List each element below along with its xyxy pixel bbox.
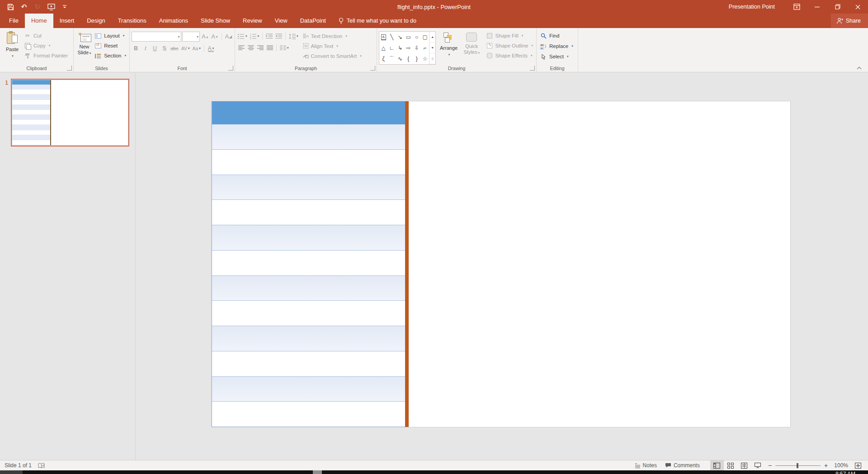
- drawing-group: A╲↘▭○▢△∟↳⇨⇩⌐ζ⌒∿{}☆ ▲ ▼ ⍗ Arrange▾ Quic: [377, 28, 537, 72]
- tab-file[interactable]: File: [3, 14, 25, 28]
- section-button[interactable]: Section▾: [93, 51, 127, 60]
- shape-text-box-icon[interactable]: A: [379, 32, 387, 43]
- select-button[interactable]: Select▾: [538, 52, 576, 61]
- tab-animations[interactable]: Animations: [153, 14, 194, 28]
- shape-star-icon[interactable]: ☆: [421, 53, 429, 64]
- reading-view-button[interactable]: [737, 460, 751, 470]
- format-painter-icon: [25, 53, 30, 58]
- slide-table[interactable]: [212, 101, 409, 427]
- account-name[interactable]: Presentation Point: [729, 4, 775, 10]
- shape-scribble-icon[interactable]: ζ: [379, 53, 387, 64]
- shape-line-arrow-icon[interactable]: ↘: [396, 32, 404, 43]
- slide-sorter-view-button[interactable]: [724, 460, 737, 470]
- slide-editor-area[interactable]: [136, 73, 868, 460]
- shapes-more-button[interactable]: ⍗: [429, 53, 435, 64]
- status-bar: Slide 1 of 1 Notes Comments: [0, 460, 868, 470]
- font-size-combo[interactable]: ▾: [182, 32, 200, 42]
- comments-icon: [665, 463, 671, 468]
- slide-thumbnails-pane[interactable]: 1: [0, 73, 136, 460]
- slide-thumbnail[interactable]: [11, 79, 129, 147]
- shape-l-shape-icon[interactable]: ⌐: [421, 43, 429, 53]
- share-button[interactable]: Share: [831, 14, 868, 28]
- new-slide-icon: ✶: [78, 31, 91, 42]
- paragraph-dialog-launcher[interactable]: [370, 66, 375, 71]
- table-row: [212, 351, 405, 377]
- shape-curve-icon[interactable]: ∿: [396, 53, 404, 64]
- font-dialog-launcher[interactable]: [228, 66, 233, 71]
- reset-button[interactable]: Reset: [93, 41, 127, 50]
- tab-transitions[interactable]: Transitions: [112, 14, 153, 28]
- slide-canvas[interactable]: [212, 101, 790, 427]
- shape-right-arrow-icon[interactable]: ⇨: [404, 43, 412, 53]
- text-shadow-button: S: [160, 44, 169, 53]
- tab-review[interactable]: Review: [236, 14, 269, 28]
- zoom-level[interactable]: 100%: [831, 462, 851, 469]
- clipboard-group: Paste▾ ✂Cut Copy▾ Format Painter Clipboa…: [0, 28, 74, 72]
- close-button[interactable]: [848, 0, 868, 14]
- spell-check-icon[interactable]: [38, 463, 45, 469]
- tell-me-label: Tell me what you want to do: [347, 18, 416, 24]
- clipboard-dialog-launcher[interactable]: [67, 66, 72, 71]
- table-row: [12, 90, 50, 95]
- tab-datapoint[interactable]: DataPoint: [294, 14, 332, 28]
- comments-button[interactable]: Comments: [661, 460, 704, 470]
- paste-button[interactable]: Paste▾: [2, 30, 23, 64]
- new-slide-button[interactable]: ✶ NewSlide▾: [75, 30, 93, 64]
- shapes-scroll-down-button[interactable]: ▼: [429, 43, 435, 53]
- fit-slide-button[interactable]: [851, 460, 865, 470]
- customize-qat-button[interactable]: [59, 1, 71, 13]
- tab-design[interactable]: Design: [80, 14, 111, 28]
- replace-button[interactable]: abac Replace▾: [538, 42, 576, 51]
- start-slideshow-icon: [47, 4, 55, 10]
- shape-rounded-rectangle-icon[interactable]: ▢: [421, 32, 429, 43]
- start-from-beginning-button[interactable]: [45, 1, 57, 13]
- undo-button[interactable]: ↶▾: [18, 1, 30, 13]
- editing-group: Find abac Replace▾ Select▾ Editing: [537, 28, 578, 72]
- normal-view-button[interactable]: [710, 460, 724, 470]
- table-row: [212, 326, 405, 351]
- taskbar-app-button[interactable]: [313, 470, 322, 474]
- shape-outline-icon: [487, 43, 492, 48]
- shape-right-brace-icon[interactable]: }: [413, 53, 421, 64]
- drawing-dialog-launcher[interactable]: [530, 66, 535, 71]
- shape-effects-icon: [487, 53, 492, 58]
- taskbar-clock: 8:57 AM: [835, 471, 855, 474]
- notes-button[interactable]: Notes: [631, 460, 661, 470]
- slide-show-button[interactable]: [751, 460, 764, 470]
- shape-line-icon[interactable]: ╲: [387, 32, 396, 43]
- shape-isosceles-triangle-icon[interactable]: △: [379, 43, 387, 53]
- arrange-button[interactable]: Arrange▾: [439, 30, 459, 65]
- zoom-in-button[interactable]: +: [824, 462, 828, 469]
- tab-home[interactable]: Home: [25, 14, 53, 28]
- minimize-button[interactable]: [807, 0, 827, 14]
- zoom-out-button[interactable]: −: [768, 462, 772, 469]
- zoom-slider-handle[interactable]: [797, 463, 798, 468]
- shape-arc-icon[interactable]: ⌒: [387, 53, 396, 64]
- tab-view[interactable]: View: [269, 14, 294, 28]
- layout-button[interactable]: Layout▾: [93, 31, 127, 40]
- table-row: [12, 110, 50, 115]
- find-button[interactable]: Find: [538, 31, 576, 40]
- shape-oval-icon[interactable]: ○: [413, 32, 421, 43]
- collapse-ribbon-button[interactable]: [857, 67, 862, 70]
- zoom-slider[interactable]: [775, 465, 821, 466]
- tab-slide-show[interactable]: Slide Show: [194, 14, 236, 28]
- font-name-combo[interactable]: ▾: [132, 32, 181, 42]
- taskbar-sliver: 8:57 AM: [0, 470, 868, 474]
- restore-button[interactable]: [827, 0, 848, 14]
- shapes-grid: A╲↘▭○▢△∟↳⇨⇩⌐ζ⌒∿{}☆: [379, 32, 429, 64]
- save-button[interactable]: [5, 1, 16, 13]
- shape-left-brace-icon[interactable]: {: [404, 53, 412, 64]
- tab-insert[interactable]: Insert: [53, 14, 81, 28]
- ribbon-display-options-button[interactable]: [787, 0, 807, 14]
- text-direction-icon: A: [303, 33, 309, 39]
- tell-me-box[interactable]: Tell me what you want to do: [339, 14, 416, 28]
- shape-elbow-arrow-connector-icon[interactable]: ↳: [396, 43, 404, 53]
- shape-elbow-connector-icon[interactable]: ∟: [387, 43, 396, 53]
- cut-icon: ✂: [24, 33, 31, 39]
- table-row: [12, 135, 50, 140]
- table-row: [212, 225, 405, 251]
- shapes-scroll-up-button[interactable]: ▲: [429, 32, 435, 43]
- shape-down-arrow-icon[interactable]: ⇩: [413, 43, 421, 53]
- shape-rectangle-icon[interactable]: ▭: [404, 32, 412, 43]
